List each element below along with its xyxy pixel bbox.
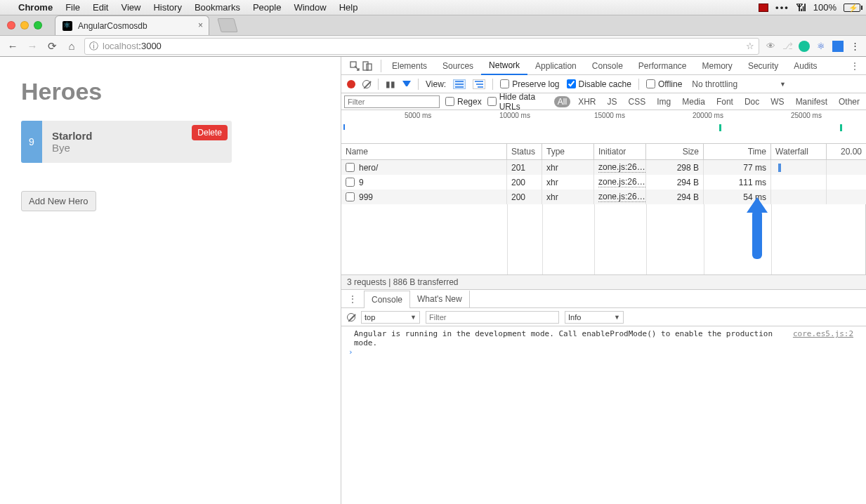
menu-help[interactable]: Help: [339, 2, 358, 13]
offline-checkbox[interactable]: Offline: [646, 79, 682, 89]
tab-memory[interactable]: Memory: [695, 58, 740, 74]
filter-img[interactable]: Img: [653, 96, 674, 107]
col-time[interactable]: Time: [704, 144, 771, 159]
add-hero-button[interactable]: Add New Hero: [21, 191, 96, 211]
tab-sources[interactable]: Sources: [435, 58, 481, 74]
address-bar[interactable]: ⓘ localhost:3000 ☆: [84, 38, 759, 55]
tab-network[interactable]: Network: [481, 57, 527, 75]
console-source-link[interactable]: core.es5.js:2: [793, 329, 853, 347]
drawer-tab-console[interactable]: Console: [364, 291, 410, 308]
request-waterfall: [771, 190, 827, 204]
site-info-icon[interactable]: ⓘ: [89, 40, 98, 53]
maximize-window-icon[interactable]: [34, 21, 42, 29]
extension-grammarly-icon[interactable]: [799, 41, 810, 52]
disable-cache-checkbox[interactable]: Disable cache: [567, 79, 631, 89]
extension-badge-icon[interactable]: [832, 41, 844, 52]
menu-view[interactable]: View: [121, 2, 140, 13]
filter-ws[interactable]: WS: [767, 96, 787, 107]
filter-input[interactable]: [344, 95, 440, 108]
devtools-menu-icon[interactable]: ⋮: [844, 61, 866, 71]
close-window-icon[interactable]: [7, 21, 15, 29]
record-button[interactable]: [347, 80, 355, 88]
tab-elements[interactable]: Elements: [384, 58, 435, 74]
filter-xhr[interactable]: XHR: [575, 96, 599, 107]
filter-js[interactable]: JS: [604, 96, 621, 107]
tab-console[interactable]: Console: [584, 58, 631, 74]
filter-other[interactable]: Other: [835, 96, 863, 107]
view-frame-icon[interactable]: [473, 79, 485, 89]
request-initiator-link[interactable]: zone.js:26…: [598, 192, 645, 202]
extension-eye-icon[interactable]: 👁: [765, 41, 776, 51]
request-initiator-link[interactable]: zone.js:26…: [598, 177, 645, 187]
filter-manifest[interactable]: Manifest: [792, 96, 831, 107]
minimize-window-icon[interactable]: [20, 21, 29, 29]
filter-css[interactable]: CSS: [625, 96, 650, 107]
home-button[interactable]: ⌂: [65, 40, 79, 52]
tab-close-icon[interactable]: ×: [198, 20, 203, 30]
chrome-menu-icon[interactable]: ⋮: [849, 41, 860, 51]
clear-button[interactable]: [362, 80, 371, 88]
row-checkbox[interactable]: [346, 163, 355, 172]
console-clear-icon[interactable]: [347, 313, 355, 321]
view-list-icon[interactable]: [453, 79, 466, 89]
back-button[interactable]: ←: [6, 40, 20, 52]
window-controls[interactable]: [7, 21, 42, 29]
console-level-select[interactable]: Info▼: [565, 311, 624, 324]
recording-indicator-icon[interactable]: [759, 4, 768, 12]
drawer-tab-whatsnew[interactable]: What's New: [410, 291, 470, 307]
network-overview[interactable]: 5000 ms 10000 ms 15000 ms 20000 ms 25000…: [341, 110, 866, 144]
request-name: 9: [359, 178, 364, 187]
wifi-icon[interactable]: 📶︎: [796, 2, 806, 13]
screenshot-icon[interactable]: ▮▮: [386, 79, 395, 89]
filter-all[interactable]: All: [554, 96, 570, 107]
filter-toggle-icon[interactable]: [402, 81, 411, 88]
console-context-select[interactable]: top▼: [361, 311, 420, 324]
col-status[interactable]: Status: [507, 144, 542, 159]
request-initiator-link[interactable]: zone.js:26…: [598, 162, 645, 173]
extension-react-icon[interactable]: ⚛: [815, 41, 827, 51]
hide-data-urls-checkbox[interactable]: Hide data URLs: [487, 92, 549, 112]
filter-media[interactable]: Media: [678, 96, 709, 107]
row-checkbox[interactable]: [346, 192, 355, 201]
filter-doc[interactable]: Doc: [741, 96, 763, 107]
col-type[interactable]: Type: [542, 144, 594, 159]
console-prompt-icon[interactable]: ›: [341, 347, 866, 357]
extension-git-icon[interactable]: ⎇: [782, 41, 793, 51]
menubar-app[interactable]: Chrome: [18, 2, 53, 13]
tab-audits[interactable]: Audits: [786, 58, 825, 74]
device-toggle-icon[interactable]: [362, 61, 372, 71]
tab-performance[interactable]: Performance: [631, 58, 695, 74]
col-waterfall[interactable]: Waterfall: [771, 144, 827, 159]
reload-button[interactable]: ⟳: [45, 40, 59, 53]
menu-bookmarks[interactable]: Bookmarks: [195, 2, 240, 13]
delete-button[interactable]: Delete: [192, 125, 228, 140]
battery-percent: 100%: [813, 2, 837, 13]
new-tab-button[interactable]: [217, 18, 237, 32]
col-name[interactable]: Name: [341, 144, 507, 159]
console-filter-input[interactable]: [426, 311, 559, 324]
menu-window[interactable]: Window: [294, 2, 326, 13]
row-checkbox[interactable]: [346, 178, 355, 187]
table-row[interactable]: 9200xhrzone.js:26…294 B111 ms: [341, 175, 866, 190]
table-row[interactable]: 999200xhrzone.js:26…294 B54 ms: [341, 190, 866, 204]
table-row[interactable]: hero/201xhrzone.js:26…298 B77 ms: [341, 160, 866, 175]
menu-extra-icon[interactable]: •••: [775, 2, 789, 13]
browser-tab[interactable]: AngularCosmosdb ×: [55, 15, 209, 35]
menu-history[interactable]: History: [153, 2, 181, 13]
menu-edit[interactable]: Edit: [93, 2, 108, 13]
bookmark-star-icon[interactable]: ☆: [746, 41, 754, 51]
filter-font[interactable]: Font: [713, 96, 737, 107]
menu-file[interactable]: File: [65, 2, 80, 13]
battery-icon[interactable]: ⚡: [844, 4, 860, 12]
col-size[interactable]: Size: [646, 144, 704, 159]
throttle-select[interactable]: No throttling▼: [692, 79, 786, 89]
menu-people[interactable]: People: [253, 2, 281, 13]
inspect-element-icon[interactable]: [350, 61, 360, 71]
tab-application[interactable]: Application: [527, 58, 584, 74]
drawer-menu-icon[interactable]: ⋮: [341, 294, 364, 304]
col-initiator[interactable]: Initiator: [594, 144, 646, 159]
hero-card[interactable]: 9 Starlord Bye Delete: [21, 121, 232, 163]
regex-checkbox[interactable]: Regex: [445, 97, 482, 107]
tab-security[interactable]: Security: [740, 58, 786, 74]
preserve-log-checkbox[interactable]: Preserve log: [500, 79, 559, 89]
